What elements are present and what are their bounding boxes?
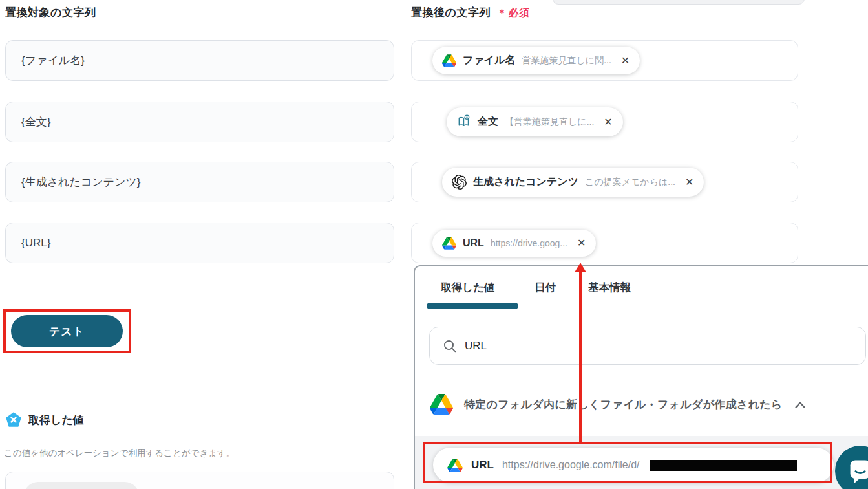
token-chip-generated-content[interactable]: 生成されたコンテンツ この提案メモからは... ✕ <box>442 168 704 197</box>
openai-icon <box>452 175 467 190</box>
drive-trigger-group-header[interactable]: 特定のフォルダ内に新しくファイル・フォルダが作成されたら <box>430 388 856 420</box>
required-asterisk: ＊ <box>497 7 507 19</box>
search-input[interactable]: URL <box>429 327 866 365</box>
target-string-value: {URL} <box>21 237 50 250</box>
google-drive-icon <box>430 394 453 415</box>
replacement-field-4[interactable]: URL https://drive.goog... ✕ <box>411 223 798 263</box>
google-drive-icon <box>442 54 456 67</box>
tab-retrieved-values[interactable]: 取得した値 <box>441 281 494 295</box>
annotation-arrow-line <box>579 272 582 442</box>
retrieved-values-description: この値を他のオペレーションで利用することができます。 <box>4 448 235 459</box>
annotation-box-test-button <box>3 309 131 353</box>
retrieved-values-section-header: 取得した値 <box>5 411 84 428</box>
search-value: URL <box>465 340 487 353</box>
target-string-input-4[interactable]: {URL} <box>5 223 394 263</box>
close-icon[interactable]: ✕ <box>685 176 693 188</box>
token-label: 生成されたコンテンツ <box>473 175 578 189</box>
target-string-value: {生成されたコンテンツ} <box>21 175 141 190</box>
target-string-value: {全文} <box>21 114 50 129</box>
token-chip-fulltext[interactable]: 全文 【営業施策見直しに... ✕ <box>447 107 623 136</box>
annotation-box-url-result <box>423 442 832 483</box>
chevron-up-icon[interactable] <box>794 400 806 409</box>
target-string-input-1[interactable]: {ファイル名} <box>5 40 394 81</box>
annotation-arrow-head <box>575 263 586 272</box>
search-icon <box>443 339 457 353</box>
target-string-input-3[interactable]: {生成されたコンテンツ} <box>5 162 394 202</box>
required-label: 必須 <box>508 6 529 20</box>
ghost-chip <box>24 482 139 489</box>
token-label: ファイル名 <box>463 54 516 67</box>
token-value: https://drive.goog... <box>491 238 567 248</box>
retrieved-values-field-partial[interactable] <box>5 472 394 489</box>
token-label: 全文 <box>478 115 498 129</box>
token-value: 営業施策見直しに関... <box>522 55 611 67</box>
book-reader-icon <box>456 114 471 129</box>
target-string-input-2[interactable]: {全文} <box>5 102 394 142</box>
chat-bubble-icon <box>846 457 868 485</box>
target-string-value: {ファイル名} <box>21 53 85 68</box>
google-drive-icon <box>442 237 456 250</box>
partial-element-above <box>553 0 805 5</box>
target-string-heading: 置換対象の文字列 <box>5 5 96 20</box>
close-icon[interactable]: ✕ <box>577 237 586 249</box>
tab-date[interactable]: 日付 <box>535 281 556 295</box>
retrieved-values-title: 取得した値 <box>28 413 84 428</box>
pentagon-x-icon <box>5 411 22 428</box>
close-icon[interactable]: ✕ <box>621 54 630 67</box>
tab-divider <box>415 309 868 309</box>
token-value: この提案メモからは... <box>585 177 675 188</box>
replace-string-settings-screen: 置換対象の文字列 {ファイル名} {全文} {生成されたコンテンツ} {URL}… <box>0 0 868 489</box>
token-chip-url[interactable]: URL https://drive.goog... ✕ <box>432 230 596 257</box>
replacement-field-1[interactable]: ファイル名 営業施策見直しに関... ✕ <box>411 40 798 81</box>
replacement-string-title: 置換後の文字列 <box>411 5 491 20</box>
token-chip-filename[interactable]: ファイル名 営業施策見直しに関... ✕ <box>432 47 640 74</box>
replacement-string-heading: 置換後の文字列 ＊ 必須 <box>411 5 529 20</box>
token-label: URL <box>463 237 484 249</box>
replacement-field-3[interactable]: 生成されたコンテンツ この提案メモからは... ✕ <box>411 162 798 202</box>
token-value: 【営業施策見直しに... <box>505 116 594 128</box>
replacement-field-2[interactable]: 全文 【営業施策見直しに... ✕ <box>411 102 798 142</box>
trigger-group-title: 特定のフォルダ内に新しくファイル・フォルダが作成されたら <box>464 397 783 412</box>
tab-basic-info[interactable]: 基本情報 <box>588 281 631 295</box>
close-icon[interactable]: ✕ <box>604 116 612 128</box>
